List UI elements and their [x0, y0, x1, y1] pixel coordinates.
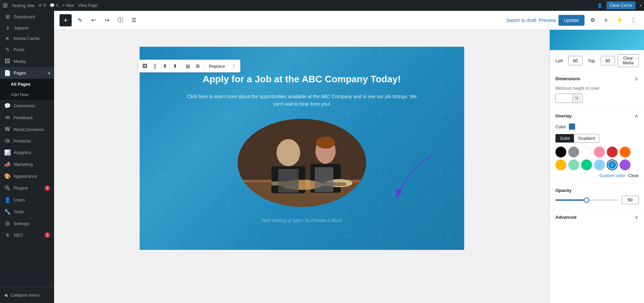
advanced-title: Advanced — [555, 215, 576, 220]
block-type-button[interactable]: 🖼 — [140, 61, 149, 71]
redo-button[interactable]: ↪ — [101, 15, 112, 26]
new-content-btn[interactable]: + New — [63, 3, 74, 8]
top-input[interactable] — [601, 58, 615, 64]
sidebar-item-woocommerce[interactable]: W WooCommerce — [0, 124, 54, 135]
min-height-unit: % — [573, 94, 581, 103]
color-swatch-black[interactable] — [555, 147, 566, 157]
color-swatch-green[interactable] — [581, 159, 592, 170]
overlay-section-header[interactable]: Overlay ∧ — [550, 109, 644, 123]
sidebar-item-label: Comments — [14, 103, 35, 108]
color-swatch-orange[interactable] — [620, 147, 630, 157]
sidebar-item-media[interactable]: 🖼 Media — [0, 56, 54, 67]
full-width-button[interactable]: ⊞ — [193, 61, 202, 71]
sidebar-item-settings[interactable]: ⚙ Settings — [0, 218, 54, 230]
min-height-label: Minimum height of cover — [555, 86, 639, 91]
list-view-button[interactable]: ☰ — [128, 15, 139, 26]
topbar-search-icon: ▪ — [640, 3, 641, 8]
drag-handle-button[interactable]: ⣿ — [150, 61, 160, 71]
sidebar-item-label: Tools — [14, 209, 24, 214]
color-swatch-yellow[interactable] — [555, 159, 566, 170]
sidebar-item-users[interactable]: 👤 Users — [0, 194, 54, 206]
canvas-wrapper[interactable]: 🖼 ⣿ ⬆ ⬇ ▤ ⊞ Replace ⋮ A — [54, 30, 549, 303]
sidebar-item-comments[interactable]: 💬 Comments — [0, 100, 54, 112]
sidebar-item-plugins[interactable]: 🔌 Plugins 5 — [0, 182, 54, 194]
sidebar-item-kinsta[interactable]: K Kinsta Cache — [0, 33, 54, 44]
clear-media-button[interactable]: Clear Media — [618, 54, 639, 67]
update-button[interactable]: Update — [558, 15, 585, 26]
replace-button[interactable]: Replace — [206, 62, 229, 70]
media-icon: 🖼 — [4, 58, 11, 64]
sidebar-item-dashboard[interactable]: ⊞ Dashboard — [0, 11, 54, 23]
sidebar-item-pages[interactable]: 📄 Pages ◀ — [0, 67, 54, 79]
color-swatch-gray[interactable] — [568, 147, 579, 157]
opacity-value-input[interactable] — [622, 196, 639, 204]
yoast-icon-button[interactable]: Y: — [601, 15, 612, 26]
color-swatch-red[interactable] — [607, 147, 618, 157]
left-input[interactable] — [569, 58, 582, 64]
advanced-toggle-icon: ∨ — [635, 214, 639, 220]
move-down-button[interactable]: ⬇ — [170, 61, 180, 71]
sidebar-item-add-new[interactable]: Add New — [0, 89, 54, 100]
custom-color-button[interactable]: Custom color — [599, 173, 625, 178]
sidebar-item-marketing[interactable]: 📣 Marketing — [0, 158, 54, 170]
sidebar-item-products[interactable]: 🛍 Products — [0, 135, 54, 147]
info-button[interactable]: ⓘ — [115, 15, 126, 26]
overlay-color-label: Color — [555, 124, 566, 129]
view-page-btn[interactable]: View Page — [78, 3, 97, 8]
sidebar-item-seo[interactable]: S SEO 3 — [0, 230, 54, 240]
svg-point-8 — [316, 136, 335, 149]
left-unit: % — [582, 56, 582, 65]
cover-title[interactable]: Apply for a Job at the ABC Company Today… — [153, 74, 451, 85]
opacity-row — [555, 196, 639, 204]
move-up-button[interactable]: ⬆ — [160, 61, 170, 71]
sidebar-item-feedback[interactable]: ✉ Feedback — [0, 112, 54, 124]
opacity-section-content: Opacity — [550, 184, 644, 210]
top-input-group: % — [601, 56, 615, 65]
palette-actions: Custom color Clear — [555, 173, 639, 178]
seo-icon: S — [4, 233, 11, 238]
more-options-button[interactable]: ⋮ — [628, 15, 639, 26]
updates-btn[interactable]: ⟳ 9 — [39, 3, 46, 8]
wp-logo-icon[interactable]: ⊞ — [3, 2, 8, 9]
sidebar-item-analytics[interactable]: 📊 Analytics — [0, 147, 54, 158]
solid-type-button[interactable]: Solid — [555, 134, 574, 143]
sidebar-item-all-pages[interactable]: All Pages — [0, 79, 54, 89]
sidebar-item-jetpack[interactable]: J Jetpack — [0, 23, 54, 33]
cover-description[interactable]: Click here to learn more about the oppor… — [184, 93, 420, 108]
align-button[interactable]: ▤ — [183, 61, 192, 71]
dimensions-section-header[interactable]: Dimensions ∧ — [550, 71, 644, 86]
add-block-button[interactable]: + — [59, 14, 72, 26]
clear-cache-button[interactable]: Clear Cache — [606, 1, 636, 9]
color-swatch-light-blue[interactable] — [594, 159, 605, 170]
clear-color-button[interactable]: Clear — [628, 173, 639, 178]
color-swatch-white[interactable] — [581, 147, 592, 157]
min-height-input[interactable] — [556, 95, 573, 102]
users-icon: 👤 — [4, 197, 11, 203]
color-swatch-pink[interactable] — [594, 147, 605, 157]
advanced-section-header[interactable]: Advanced ∨ — [550, 210, 644, 224]
preview-button[interactable]: Preview — [539, 18, 556, 23]
sidebar-item-posts[interactable]: ✎ Posts — [0, 44, 54, 56]
color-swatch-cyan[interactable]: ✓ — [607, 159, 618, 170]
gradient-type-button[interactable]: Gradient — [574, 134, 599, 143]
settings-panel-button[interactable]: ⚙ — [587, 15, 598, 26]
color-swatch-purple[interactable] — [620, 159, 630, 170]
color-swatch-light-green[interactable] — [568, 159, 579, 170]
edit-tool-button[interactable]: ✎ — [74, 15, 85, 26]
sidebar-item-appearance[interactable]: 🎨 Appearance — [0, 170, 54, 182]
switch-to-draft-button[interactable]: Switch to draft — [506, 18, 536, 23]
plugin-icon-button[interactable]: ⚡ — [614, 15, 625, 26]
site-name[interactable]: Testing Site — [12, 3, 34, 8]
comments-btn[interactable]: 💬 0 — [50, 3, 58, 8]
cover-placeholder[interactable]: Start writing or type / to choose a bloc… — [153, 218, 451, 223]
cover-block[interactable]: Apply for a Job at the ABC Company Today… — [140, 47, 464, 250]
sidebar-item-tools[interactable]: 🔧 Tools — [0, 206, 54, 218]
appearance-icon: 🎨 — [4, 173, 11, 179]
more-block-options-button[interactable]: ⋮ — [229, 61, 239, 71]
opacity-slider[interactable] — [555, 199, 618, 201]
overlay-color-swatch[interactable] — [569, 123, 575, 130]
overlay-type-row: Solid Gradient — [555, 134, 639, 143]
undo-button[interactable]: ↩ — [88, 15, 99, 26]
marketing-icon: 📣 — [4, 161, 11, 168]
collapse-menu-btn[interactable]: ◀ Collapse menu — [0, 290, 54, 300]
